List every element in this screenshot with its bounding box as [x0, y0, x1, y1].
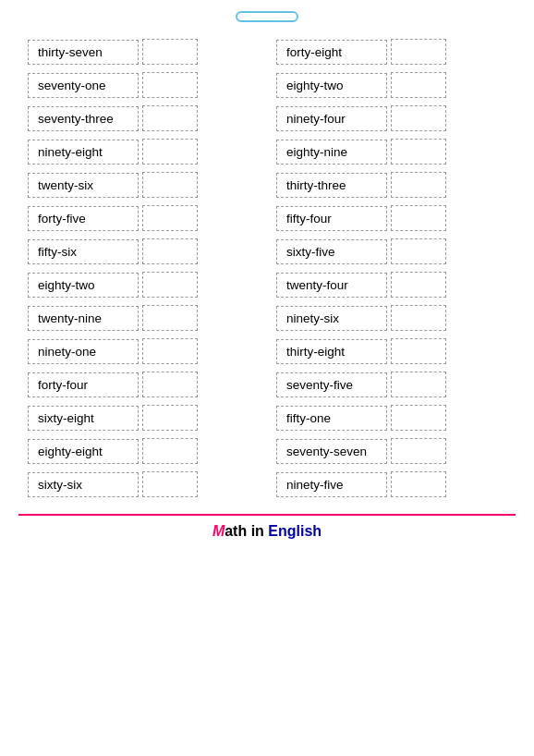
answer-input-box[interactable] — [142, 372, 198, 397]
question-row: thirty-three — [276, 172, 506, 198]
word-label: forty-eight — [276, 40, 387, 65]
answer-input-box[interactable] — [391, 205, 446, 231]
question-row: eighty-nine — [276, 139, 506, 165]
answer-input-box[interactable] — [142, 205, 198, 231]
question-row: twenty-six — [28, 172, 258, 198]
word-label: fifty-six — [28, 239, 139, 264]
word-label: ninety-four — [276, 106, 387, 131]
word-label: ninety-one — [28, 339, 139, 364]
question-row: seventy-seven — [276, 438, 506, 464]
word-label: seventy-three — [28, 106, 139, 131]
answer-input-box[interactable] — [142, 471, 198, 497]
answer-input-box[interactable] — [142, 272, 198, 298]
answer-input-box[interactable] — [142, 238, 198, 264]
answer-input-box[interactable] — [391, 172, 446, 198]
question-row: eighty-eight — [28, 438, 258, 464]
question-row: sixty-five — [276, 238, 506, 264]
word-label: twenty-four — [276, 273, 387, 298]
question-row: ninety-one — [28, 338, 258, 364]
answer-input-box[interactable] — [391, 471, 446, 497]
answer-input-box[interactable] — [391, 338, 446, 364]
answer-input-box[interactable] — [142, 72, 198, 98]
word-label: ninety-eight — [28, 140, 139, 165]
word-label: twenty-nine — [28, 306, 139, 331]
word-label: thirty-eight — [276, 339, 387, 364]
question-row: sixty-eight — [28, 405, 258, 431]
word-label: forty-four — [28, 372, 139, 397]
word-label: fifty-one — [276, 406, 387, 431]
question-row: seventy-one — [28, 72, 258, 98]
question-row: ninety-four — [276, 105, 506, 131]
word-label: seventy-one — [28, 73, 139, 98]
question-row: ninety-five — [276, 471, 506, 497]
question-row: forty-four — [28, 372, 258, 397]
word-label: eighty-two — [276, 73, 387, 98]
answer-input-box[interactable] — [142, 305, 198, 331]
question-row: sixty-six — [28, 471, 258, 497]
answer-input-box[interactable] — [391, 272, 446, 298]
question-row: ninety-eight — [28, 139, 258, 165]
question-row: eighty-two — [276, 72, 506, 98]
answer-input-box[interactable] — [391, 405, 446, 431]
word-label: sixty-eight — [28, 406, 139, 431]
answer-input-box[interactable] — [391, 372, 446, 397]
question-row: fifty-six — [28, 238, 258, 264]
footer-m: M — [212, 523, 225, 539]
question-row: forty-eight — [276, 39, 506, 65]
word-label: ninety-five — [276, 472, 387, 497]
word-label: ninety-six — [276, 306, 387, 331]
answer-input-box[interactable] — [142, 105, 198, 131]
word-label: twenty-six — [28, 173, 139, 198]
question-row: fifty-one — [276, 405, 506, 431]
word-label: sixty-five — [276, 239, 387, 264]
word-label: eighty-two — [28, 273, 139, 298]
answer-input-box[interactable] — [391, 39, 446, 65]
answer-input-box[interactable] — [142, 139, 198, 165]
answer-input-box[interactable] — [142, 338, 198, 364]
word-label: thirty-three — [276, 173, 387, 198]
answer-input-box[interactable] — [391, 105, 446, 131]
footer: Math in English — [18, 514, 516, 540]
answer-input-box[interactable] — [391, 305, 446, 331]
word-label: seventy-seven — [276, 439, 387, 464]
word-label: seventy-five — [276, 372, 387, 397]
question-row: fifty-four — [276, 205, 506, 231]
word-label: forty-five — [28, 206, 139, 231]
answer-input-box[interactable] — [391, 438, 446, 464]
word-label: eighty-nine — [276, 140, 387, 165]
footer-ath-in: ath in — [225, 523, 268, 539]
question-row: eighty-two — [28, 272, 258, 298]
answer-input-box[interactable] — [142, 39, 198, 65]
answer-input-box[interactable] — [391, 238, 446, 264]
question-row: forty-five — [28, 205, 258, 231]
question-row: thirty-seven — [28, 39, 258, 65]
word-label: eighty-eight — [28, 439, 139, 464]
answer-input-box[interactable] — [391, 139, 446, 165]
question-row: thirty-eight — [276, 338, 506, 364]
answer-input-box[interactable] — [142, 438, 198, 464]
word-label: fifty-four — [276, 206, 387, 231]
answer-input-box[interactable] — [142, 172, 198, 198]
page-title — [236, 11, 298, 22]
question-row: seventy-three — [28, 105, 258, 131]
word-label: thirty-seven — [28, 40, 139, 65]
questions-grid: thirty-sevenforty-eightseventy-oneeighty… — [18, 39, 516, 497]
question-row: seventy-five — [276, 372, 506, 397]
question-row: twenty-four — [276, 272, 506, 298]
answer-input-box[interactable] — [142, 405, 198, 431]
question-row: ninety-six — [276, 305, 506, 331]
question-row: twenty-nine — [28, 305, 258, 331]
word-label: sixty-six — [28, 472, 139, 497]
answer-input-box[interactable] — [391, 72, 446, 98]
footer-english: English — [268, 523, 322, 539]
